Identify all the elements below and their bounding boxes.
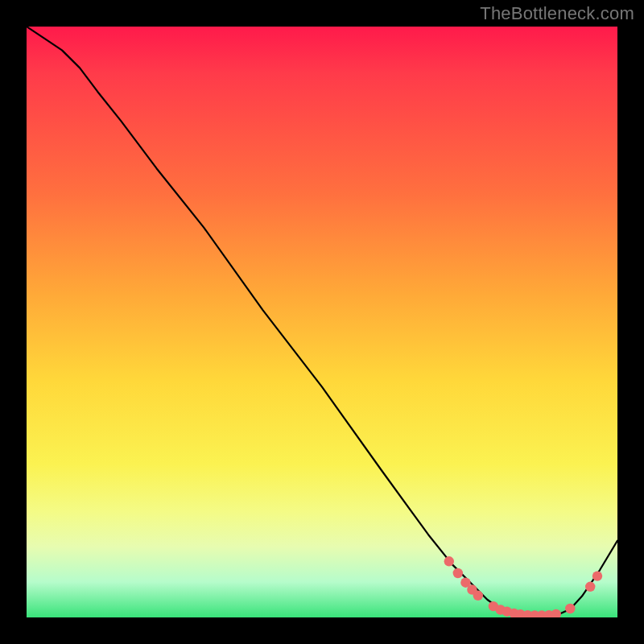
data-marker xyxy=(551,609,561,617)
data-marker xyxy=(473,591,483,601)
data-marker xyxy=(585,582,595,592)
data-marker xyxy=(444,556,454,566)
marker-group xyxy=(444,556,603,617)
data-marker xyxy=(592,571,602,580)
data-marker xyxy=(453,568,463,578)
plot-area xyxy=(27,27,617,617)
data-marker xyxy=(565,604,575,613)
chart-frame: TheBottleneck.com xyxy=(0,0,644,644)
curve-line xyxy=(27,27,617,616)
curve-svg xyxy=(27,27,617,617)
watermark-text: TheBottleneck.com xyxy=(480,3,634,24)
